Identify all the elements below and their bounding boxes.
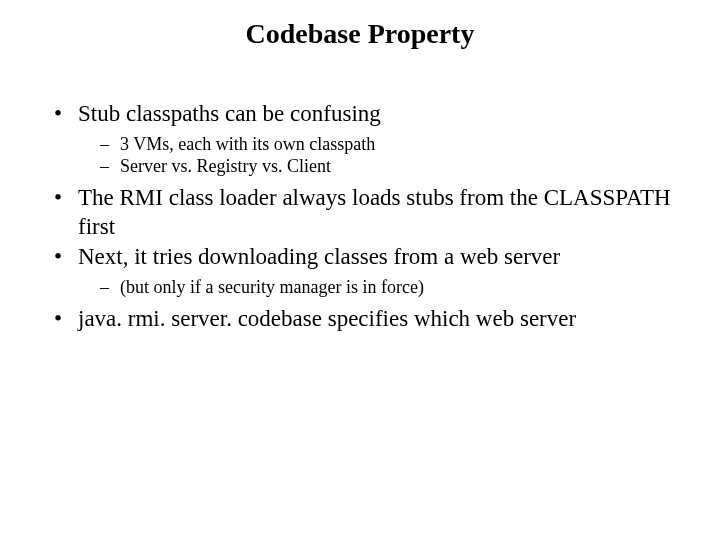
- sub-bullet-list: (but only if a security manager is in fo…: [78, 276, 680, 299]
- slide: Codebase Property Stub classpaths can be…: [0, 18, 720, 540]
- slide-content: Stub classpaths can be confusing 3 VMs, …: [0, 100, 720, 333]
- slide-title: Codebase Property: [0, 18, 720, 50]
- sub-bullet-text: Server vs. Registry vs. Client: [120, 156, 331, 176]
- bullet-text: The RMI class loader always loads stubs …: [78, 185, 671, 239]
- sub-bullet-item: 3 VMs, each with its own classpath: [100, 133, 680, 156]
- sub-bullet-item: Server vs. Registry vs. Client: [100, 155, 680, 178]
- bullet-text: Stub classpaths can be confusing: [78, 101, 381, 126]
- bullet-item: The RMI class loader always loads stubs …: [50, 184, 680, 242]
- bullet-text: java. rmi. server. codebase specifies wh…: [78, 306, 576, 331]
- bullet-text: Next, it tries downloading classes from …: [78, 244, 560, 269]
- bullet-list: Stub classpaths can be confusing 3 VMs, …: [50, 100, 680, 333]
- bullet-item: java. rmi. server. codebase specifies wh…: [50, 305, 680, 334]
- sub-bullet-text: (but only if a security manager is in fo…: [120, 277, 424, 297]
- sub-bullet-list: 3 VMs, each with its own classpath Serve…: [78, 133, 680, 178]
- sub-bullet-text: 3 VMs, each with its own classpath: [120, 134, 375, 154]
- bullet-item: Next, it tries downloading classes from …: [50, 243, 680, 298]
- sub-bullet-item: (but only if a security manager is in fo…: [100, 276, 680, 299]
- bullet-item: Stub classpaths can be confusing 3 VMs, …: [50, 100, 680, 178]
